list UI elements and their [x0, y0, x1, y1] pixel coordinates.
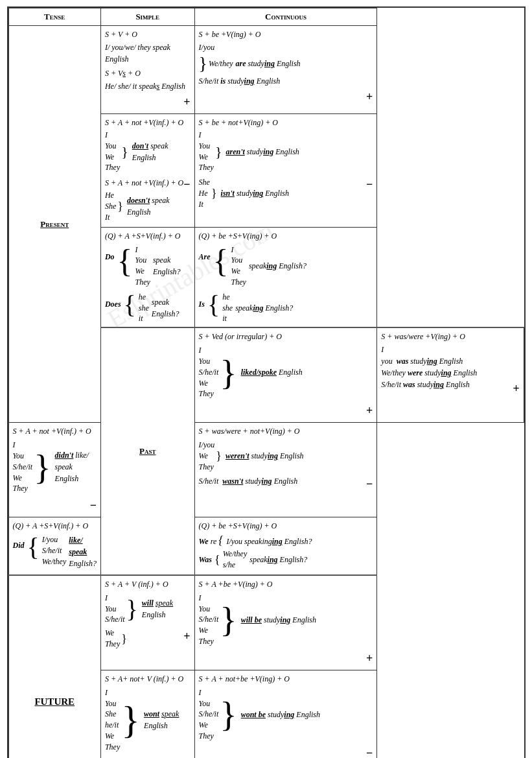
present-continuous-question: (Q) + be +S+V(ing) + O Are { I You We Th… — [194, 227, 377, 327]
future-continuous-negative: S + A + not+be +V(ing) + O I You S/he/it… — [194, 670, 377, 758]
header-continuous: Continuous — [194, 8, 377, 26]
future-label: FUTURE — [8, 575, 100, 758]
future-continuous-positive: S + A +be +V(ing) + O I You S/he/it We T… — [194, 575, 377, 670]
past-label: Past — [100, 327, 194, 575]
present-simple-positive: S + V + O I/ you/we/ they speak English … — [100, 26, 194, 114]
past-simple-question: (Q) + A +S+V(inf.) + O Did { I/you S/he/… — [8, 517, 100, 575]
present-simple-question: (Q) + A +S+V(inf.) + O Do { I You We The… — [100, 227, 194, 327]
present-label: Present — [8, 26, 100, 423]
past-continuous-negative: S + was/were + not+V(ing) + O I/you We T… — [194, 423, 377, 517]
header-tense: Tense — [8, 8, 100, 26]
present-continuous-negative: S + be + not+V(ing) + O I You We They } … — [194, 114, 377, 228]
present-continuous-positive: S + be +V(ing) + O I/you } We/they are s… — [194, 26, 377, 114]
future-simple-positive: S + A + V (inf.) + O I You S/he/it } wil… — [100, 575, 194, 670]
past-simple-negative: S + A + not +V(inf.) + O I You S/he/it W… — [8, 423, 100, 517]
past-simple-positive: S + Ved (or irregular) + O I You S/he/it… — [194, 327, 377, 422]
grammar-table: Tense Simple Continuous Present S + V + … — [7, 6, 526, 758]
present-simple-negative: S + A + not +V(inf.) + O I You We They }… — [100, 114, 194, 228]
past-continuous-question: (Q) + be +S+V(ing) + O We re { I/you spe… — [194, 517, 377, 575]
future-simple-negative: S + A+ not+ V (inf.) + O I You She he/it… — [100, 670, 194, 758]
past-continuous-positive: S + was/were +V(ing) + O I you was study… — [377, 327, 524, 422]
header-simple: Simple — [100, 8, 194, 26]
